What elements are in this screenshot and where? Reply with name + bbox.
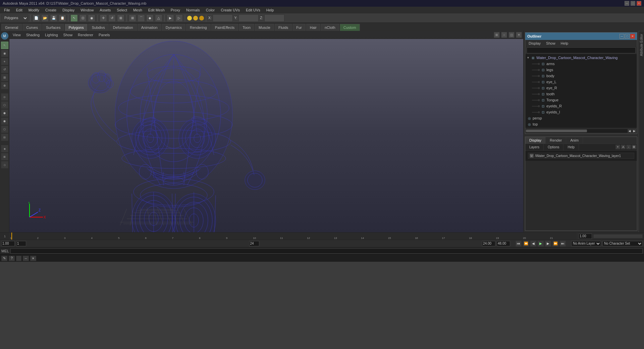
play-button[interactable]: ▶ [538,241,544,247]
viewport-menu-renderer[interactable]: Renderer [76,32,95,38]
menu-display[interactable]: Display [60,7,77,13]
minimize-button[interactable]: ─ [625,1,629,6]
viewport-menu-show[interactable]: Show [61,32,75,38]
current-frame-input[interactable] [579,234,592,239]
move-tool-button[interactable]: ✛ [100,14,107,22]
vp-smooth-btn[interactable]: ○ [501,32,507,38]
anim-start-input[interactable] [482,241,495,246]
character-set-select[interactable]: No Character Set [602,241,643,246]
tree-item-top[interactable]: ◎ top [525,121,637,127]
menu-mesh[interactable]: Mesh [130,7,145,13]
outliner-hscroll[interactable] [526,129,628,133]
outliner-minimize[interactable]: ─ [620,34,624,39]
tree-item-tongue[interactable]: ——o ⊡ Tongue [525,97,637,103]
range-start-input[interactable] [1,241,15,246]
next-key-button[interactable]: ⏩ [552,241,558,247]
scroll-right[interactable]: ▶ [632,129,636,133]
outliner-menu-show[interactable]: Show [544,41,557,46]
vp-wireframe-btn[interactable]: ⊞ [494,32,500,38]
layer-tab-help[interactable]: Help [564,144,579,150]
tab-deformation[interactable]: Deformation [109,24,137,31]
menu-proxy[interactable]: Proxy [168,7,183,13]
layer-tab-options[interactable]: Options [544,144,564,150]
menu-edit-mesh[interactable]: Edit Mesh [146,7,167,13]
anim-layer-select[interactable]: No Anim Layer [571,241,601,246]
universal-lt-button[interactable]: ⊕ [1,82,8,89]
layer-opts-icon[interactable]: ⚙ [632,145,636,149]
snap-curve-button[interactable]: ⌒ [138,14,145,22]
new-scene-button[interactable]: 📄 [33,14,40,22]
menu-select[interactable]: Select [114,7,130,13]
color-light1[interactable] [187,16,192,20]
skip-back-button[interactable]: ⏮ [516,241,522,247]
split-button[interactable]: ⬠ [1,126,8,133]
color-light2[interactable] [193,16,198,20]
tab-surfaces[interactable]: Surfaces [42,24,64,31]
scale-tool-button[interactable]: ⊞ [117,14,124,22]
menu-window[interactable]: Window [78,7,96,13]
move-lt-button[interactable]: + [1,58,8,65]
z-input[interactable] [264,14,284,22]
snap-surface-button[interactable]: △ [155,14,162,22]
prev-key-button[interactable]: ⏪ [523,241,529,247]
anim-end-input[interactable] [497,241,510,246]
layer-del-icon[interactable]: - [626,145,631,149]
mel-input[interactable] [10,248,643,254]
tree-item-legs[interactable]: ——o ⊡ legs [525,67,637,73]
grid-toggle-button[interactable]: ⊞ [1,153,8,160]
select-mode-button[interactable]: ↖ [1,42,8,49]
tree-item-persp[interactable]: ◎ persp [525,115,637,121]
timeline-ruler[interactable]: 12345678910111213141516171819202122 [10,233,577,240]
select-tool-button[interactable]: ↖ [70,14,78,22]
snap-point-button[interactable]: ◆ [146,14,154,22]
skip-forward-button[interactable]: ⏭ [560,241,566,247]
x-input[interactable] [213,14,233,22]
y-input[interactable] [238,14,259,22]
vp-light-btn[interactable]: ☀ [516,32,522,38]
layer-item-main[interactable]: V /Water_Drop_Cartoon_Mascot_Character_W… [528,153,634,159]
outliner-close[interactable]: ✕ [630,34,635,39]
tab-painteffects[interactable]: PaintEffects [211,24,238,31]
menu-edit-uvs[interactable]: Edit UVs [243,7,263,13]
tree-item-eyelds-l[interactable]: ——o ⊡ eyelds_l [525,109,637,115]
tab-hair[interactable]: Hair [306,24,320,31]
insert-loop-button[interactable]: ⊟ [1,134,8,141]
tree-item-arms[interactable]: ——o ⊡ arms [525,61,637,67]
close-button[interactable]: ✕ [637,1,641,6]
viewport-menu-shading[interactable]: Shading [24,32,42,38]
tab-dynamics[interactable]: Dynamics [162,24,185,31]
range-end-input[interactable] [249,241,259,246]
tab-toon[interactable]: Toon [239,24,254,31]
scroll-left[interactable]: ◀ [628,129,632,133]
show-manip-button[interactable]: ◈ [1,145,8,152]
tree-item-body[interactable]: ——o ⊡ body [525,73,637,79]
menu-edit[interactable]: Edit [13,7,25,13]
layer-anim-icon[interactable]: A [621,145,626,149]
layer-tab-layers[interactable]: Layers [525,144,544,150]
menu-color[interactable]: Color [203,7,217,13]
ipr-button[interactable]: ▷ [175,14,183,22]
outliner-menu-help[interactable]: Help [559,41,571,46]
prev-frame-button[interactable]: ◀ [530,241,536,247]
tab-custom[interactable]: Custom [340,24,360,31]
cb-tab-anim[interactable]: Anim [566,137,583,144]
range-current-input[interactable] [16,241,26,246]
script-editor-button[interactable]: ✎ [1,256,7,261]
open-button[interactable]: 📂 [41,14,49,22]
bevel-button[interactable]: ⬢ [1,109,8,117]
next-frame-button[interactable]: ▶ [545,241,551,247]
viewport-menu-panels[interactable]: Panels [97,32,112,38]
viewport-menu-view[interactable]: View [11,32,23,38]
maximize-button[interactable]: □ [631,1,635,6]
save-as-button[interactable]: 📋 [59,14,66,22]
menu-help[interactable]: Help [264,7,277,13]
paint-sel-button[interactable]: ◉ [88,14,95,22]
rotate-lt-button[interactable]: ↺ [1,66,8,73]
menu-create-uvs[interactable]: Create UVs [218,7,243,13]
viewport-menu-lighting[interactable]: Lighting [43,32,60,38]
tab-animation[interactable]: Animation [138,24,161,31]
scale-lt-button[interactable]: ⊞ [1,74,8,81]
tab-subdivs[interactable]: Subdivs [88,24,109,31]
tab-general[interactable]: General [1,24,22,31]
maya-icon-bottom[interactable] [16,256,21,261]
